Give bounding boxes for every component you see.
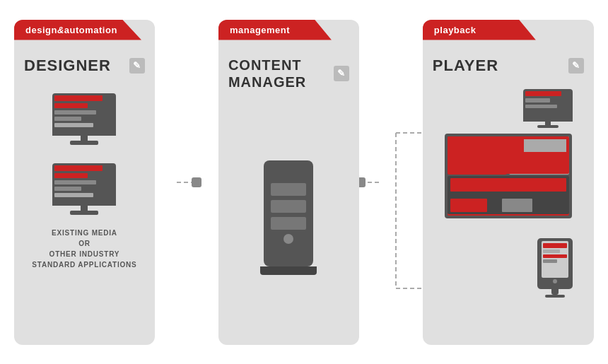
player-icons-list — [430, 86, 587, 298]
mz-bottom-mid — [502, 199, 532, 212]
monitor-1-base — [70, 141, 98, 145]
player-monitor-small — [523, 89, 573, 128]
server-power-btn — [283, 234, 293, 244]
designer-caption: EXISTING MEDIAOROTHER INDUSTRYSTANDARD A… — [32, 228, 136, 270]
player-small-screen — [523, 89, 573, 122]
designer-body: EXISTING MEDIAOROTHER INDUSTRYSTANDARD A… — [14, 79, 155, 345]
mz-overlay — [448, 136, 569, 216]
ps-row2 — [525, 98, 550, 102]
mz-top-right — [524, 139, 566, 153]
player-small-base — [537, 125, 559, 128]
server-body — [264, 160, 313, 266]
server-slot-3 — [271, 217, 306, 230]
server-base — [260, 266, 317, 275]
tablet-home-btn — [553, 279, 557, 283]
manager-tab: management — [218, 20, 332, 40]
tablet-content — [543, 243, 567, 263]
designer-edit-icon[interactable]: ✎ — [129, 58, 145, 74]
manager-tab-label: management — [230, 25, 290, 35]
diagram-container: design&automation DESIGNER ✎ — [14, 13, 594, 352]
ps-row3 — [525, 105, 557, 108]
ps-row1 — [525, 91, 561, 96]
tab-row2 — [543, 249, 560, 253]
player-tab-label: playback — [434, 25, 477, 35]
sc-row2 — [54, 103, 87, 108]
designer-monitor-1 — [52, 93, 116, 145]
monitor-1-neck — [81, 136, 88, 141]
mz-bottom-left — [450, 199, 487, 212]
monitor-2-screen — [52, 163, 116, 206]
tablet-stand — [551, 289, 559, 295]
sc2-row3 — [54, 180, 96, 184]
player-multizone-display — [445, 134, 572, 218]
designer-tab-label: design&automation — [25, 25, 117, 35]
player-small-content — [525, 91, 571, 108]
player-tab: playback — [423, 20, 536, 40]
sc2-row5 — [54, 193, 93, 197]
tab-row1 — [543, 243, 567, 248]
player-small-neck — [545, 122, 551, 125]
player-panel: playback PLAYER ✎ — [423, 20, 594, 345]
mz-bottom — [448, 176, 569, 214]
player-title: PLAYER ✎ — [423, 49, 594, 79]
monitor-2-content — [54, 165, 114, 197]
designer-monitor-2 — [52, 163, 116, 215]
player-title-text: PLAYER — [433, 57, 498, 75]
svg-rect-6 — [192, 177, 201, 187]
player-body — [423, 79, 594, 345]
server-slot-2 — [271, 200, 306, 213]
manager-title-text: CONTENTMANAGER — [228, 57, 306, 90]
manager-panel: management CONTENTMANAGER ✎ — [218, 20, 359, 345]
monitor-2-base — [70, 211, 98, 215]
designer-panel: design&automation DESIGNER ✎ — [14, 20, 155, 345]
player-tablet — [537, 238, 573, 298]
tablet-base — [545, 295, 565, 298]
monitor-1-screen — [52, 93, 116, 136]
tab-row4 — [543, 259, 557, 263]
designer-tab: design&automation — [14, 20, 141, 40]
manager-title: CONTENTMANAGER ✎ — [218, 49, 359, 95]
tab-row3 — [543, 254, 567, 258]
player-edit-icon[interactable]: ✎ — [568, 58, 584, 74]
designer-title: DESIGNER ✎ — [14, 49, 155, 79]
server-icon — [260, 160, 317, 275]
manager-edit-icon[interactable]: ✎ — [334, 66, 349, 81]
monitor-2-neck — [81, 206, 88, 211]
tablet-body — [537, 238, 573, 289]
mz-top — [448, 136, 569, 175]
sc-row5 — [54, 123, 93, 127]
mz-top-left — [450, 139, 518, 153]
tablet-screen — [542, 241, 568, 278]
sc2-row1 — [54, 165, 102, 171]
manager-body — [218, 95, 359, 345]
sc2-row2 — [54, 173, 87, 178]
sc-row4 — [54, 117, 81, 121]
monitor-1-content — [54, 95, 114, 127]
designer-title-text: DESIGNER — [24, 57, 111, 75]
sc-row3 — [54, 110, 96, 115]
sc-row1 — [54, 95, 102, 101]
sc2-row4 — [54, 187, 81, 191]
server-slot-1 — [271, 183, 306, 196]
mz-bottom-bar — [450, 178, 566, 192]
